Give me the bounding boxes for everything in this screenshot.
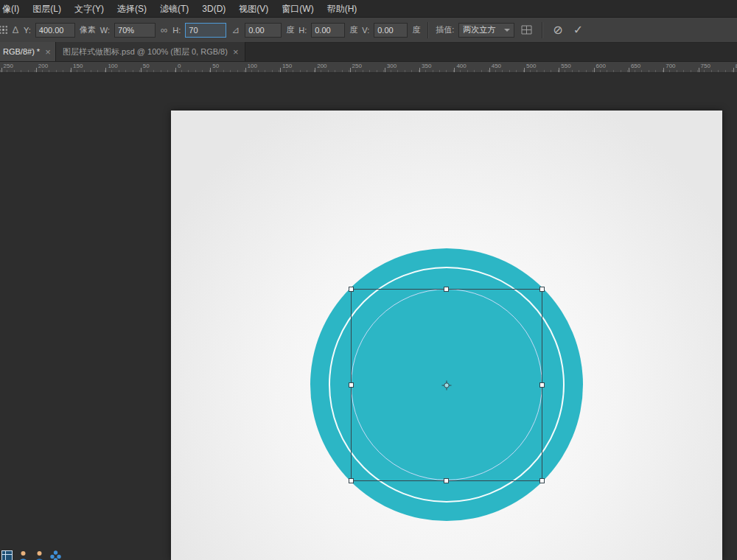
- hskew-input[interactable]: [311, 23, 345, 38]
- y-input[interactable]: [35, 23, 75, 38]
- taskbar-icon-flower[interactable]: [50, 550, 61, 560]
- photoshop-window: 像(I) 图层(L) 文字(Y) 选择(S) 滤镜(T) 3D(D) 视图(V)…: [0, 0, 737, 560]
- warp-mode-toggle-icon[interactable]: [519, 25, 534, 35]
- vskew-label: V:: [362, 26, 369, 35]
- tab-document-1[interactable]: RGB/8#) * ×: [0, 42, 56, 61]
- close-icon[interactable]: ×: [233, 47, 239, 57]
- tab-document-2[interactable]: 图层样式做图标.psd @ 100% (图层 0, RGB/8) ×: [56, 42, 245, 61]
- interpolation-value: 两次立方: [463, 24, 495, 35]
- transform-handle-middle-left[interactable]: [349, 382, 354, 388]
- canvas-work-area[interactable]: [0, 73, 737, 560]
- link-dimensions-icon[interactable]: ∞: [160, 24, 168, 35]
- menu-select[interactable]: 选择(S): [111, 0, 153, 18]
- angle-input[interactable]: [245, 23, 282, 38]
- vskew-input[interactable]: [374, 23, 408, 38]
- transform-handle-middle-right[interactable]: [539, 382, 545, 388]
- taskbar-icons: [0, 548, 61, 560]
- menu-window[interactable]: 窗口(W): [275, 0, 320, 18]
- menu-view[interactable]: 视图(V): [232, 0, 275, 18]
- vskew-unit-label: 度: [412, 24, 420, 35]
- y-label: Y:: [24, 26, 31, 35]
- relative-position-icon[interactable]: ∆: [12, 24, 19, 35]
- menu-filter[interactable]: 滤镜(T): [153, 0, 195, 18]
- menu-bar: 像(I) 图层(L) 文字(Y) 选择(S) 滤镜(T) 3D(D) 视图(V)…: [0, 0, 737, 18]
- divider: [542, 22, 542, 38]
- transform-handle-bottom-left[interactable]: [349, 478, 354, 483]
- divider: [427, 22, 428, 38]
- rotate-angle-icon: ⊿: [231, 24, 240, 35]
- menu-help[interactable]: 帮助(H): [321, 0, 364, 18]
- cancel-transform-icon[interactable]: ⊘: [550, 23, 565, 37]
- hskew-unit-label: 度: [349, 24, 357, 35]
- menu-type[interactable]: 文字(Y): [68, 0, 111, 18]
- transform-handle-top-right[interactable]: [539, 287, 545, 292]
- angle-unit-label: 度: [286, 24, 294, 35]
- height-label: H:: [172, 26, 181, 35]
- hskew-label: H:: [298, 26, 307, 35]
- taskbar-icon-person-1[interactable]: [18, 550, 29, 560]
- menu-layer[interactable]: 图层(L): [26, 0, 68, 18]
- transform-handle-bottom-middle[interactable]: [444, 478, 449, 483]
- width-label: W:: [100, 26, 110, 35]
- tab-label: RGB/8#) *: [3, 47, 40, 56]
- taskbar-icon-person-2[interactable]: [34, 550, 45, 560]
- commit-transform-icon[interactable]: ✓: [570, 23, 586, 37]
- y-unit-label: 像素: [80, 24, 96, 35]
- height-input[interactable]: [185, 23, 226, 38]
- interpolation-label: 插值:: [436, 24, 454, 35]
- document-tab-bar: RGB/8#) * × 图层样式做图标.psd @ 100% (图层 0, RG…: [0, 43, 737, 62]
- tab-label: 图层样式做图标.psd @ 100% (图层 0, RGB/8): [63, 46, 228, 57]
- menu-image[interactable]: 像(I): [0, 0, 26, 18]
- document-canvas[interactable]: [171, 111, 722, 560]
- width-input[interactable]: [114, 23, 156, 38]
- horizontal-ruler[interactable]: 2502001501005005010015020025030035040045…: [0, 62, 737, 73]
- transform-handle-top-left[interactable]: [349, 287, 354, 292]
- transform-bounding-box[interactable]: [351, 289, 542, 481]
- chevron-down-icon: [504, 29, 510, 32]
- taskbar-icon-grid[interactable]: [1, 550, 13, 560]
- transform-handle-bottom-right[interactable]: [539, 478, 545, 483]
- menu-3d[interactable]: 3D(D): [195, 0, 232, 18]
- options-bar: ∆ Y: 像素 W: ∞ H: ⊿ 度 H: 度 V: 度 插值: 两次立方 ⊘…: [0, 18, 737, 43]
- transform-reference-point[interactable]: [441, 380, 452, 391]
- transform-handle-top-middle[interactable]: [444, 287, 449, 292]
- interpolation-select[interactable]: 两次立方: [458, 23, 514, 38]
- close-icon[interactable]: ×: [45, 47, 51, 57]
- reference-point-locator-icon[interactable]: [0, 26, 7, 34]
